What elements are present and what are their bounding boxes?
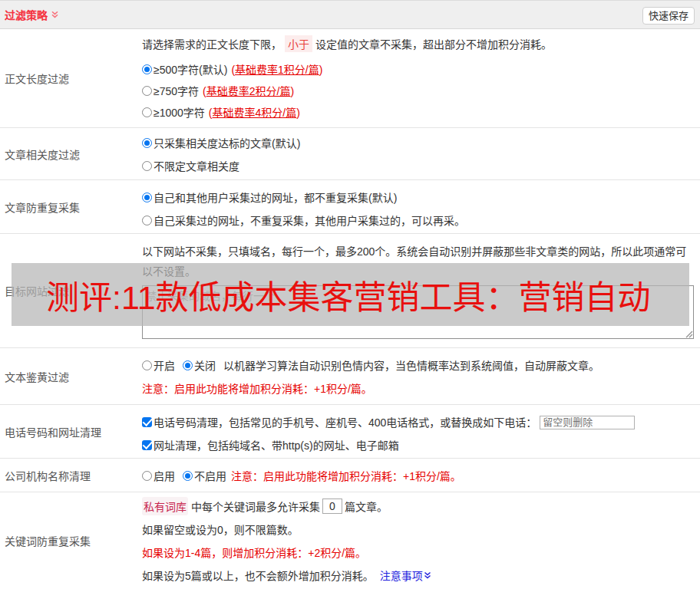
option-500-chars[interactable]: ≥500字符(默认) (基础费率1积分/篇) xyxy=(142,58,700,80)
row-label: 电话号码和网址清理 xyxy=(0,405,142,458)
option-1000-chars[interactable]: ≥1000字符 (基础费率4积分/篇) xyxy=(142,101,700,123)
row-company-name-cleanup: 公司机构名称清理 启用 不启用 注意：启用此功能将增加积分消耗：+1积分/篇。 xyxy=(0,459,700,492)
body-length-intro: 请选择需求的正文长度下限，小于设定值的文章不采集，超出部分不增加积分消耗。 xyxy=(142,33,700,54)
radio-unchecked-icon[interactable] xyxy=(142,360,152,370)
radio-checked-icon[interactable] xyxy=(142,192,152,202)
option-porn-filter-on[interactable]: 开启 xyxy=(142,357,175,373)
replacement-phone-input[interactable] xyxy=(540,416,635,429)
radio-checked-icon[interactable] xyxy=(142,138,152,148)
porn-filter-note: 注意：启用此功能将增加积分消耗：+1积分/篇。 xyxy=(142,377,700,400)
chevron-double-down-icon xyxy=(424,570,431,582)
topbar: 过滤策略 快速保存 xyxy=(0,0,700,29)
row-label: 公司机构名称清理 xyxy=(0,459,142,492)
radio-unchecked-icon[interactable] xyxy=(142,161,152,171)
private-thesaurus-tag[interactable]: 私有词库 xyxy=(142,497,188,515)
filter-strategy-page: 过滤策略 快速保存 正文长度过滤 请选择需求的正文长度下限，小于设定值的文章不采… xyxy=(0,0,700,589)
row-body-length-filter: 正文长度过滤 请选择需求的正文长度下限，小于设定值的文章不采集，超出部分不增加积… xyxy=(0,29,700,128)
option-dedup-all-users[interactable]: 自己和其他用户采集过的网址，都不重复采集(默认) xyxy=(142,186,700,209)
checkbox-checked-icon[interactable] xyxy=(142,417,152,427)
row-porn-filter: 文本鉴黄过滤 开启 关闭 以机器学习算法自动识别色情内容，当色情概率达到系统阈值… xyxy=(0,348,700,405)
fee-note[interactable]: (基础费率1积分/篇) xyxy=(231,61,322,77)
radio-unchecked-icon[interactable] xyxy=(142,471,152,481)
less-than-tag: 小于 xyxy=(285,35,312,52)
option-dedup-self-only[interactable]: 自己采集过的网址，不重复采集，其他用户采集过的，可以再采。 xyxy=(142,209,700,232)
company-cleanup-note: 注意：启用此功能将增加积分消耗：+1积分/篇。 xyxy=(231,468,461,483)
option-porn-filter-off[interactable]: 关闭 xyxy=(183,357,216,373)
option-750-chars[interactable]: ≥750字符 (基础费率2积分/篇) xyxy=(142,80,700,101)
fee-note[interactable]: (基础费率4积分/篇) xyxy=(209,104,300,120)
page-title[interactable]: 过滤策略 xyxy=(5,7,58,22)
radio-unchecked-icon[interactable] xyxy=(142,107,152,117)
row-label: 文章相关度过滤 xyxy=(0,128,142,179)
keyword-limit-input[interactable] xyxy=(322,499,342,514)
radio-checked-icon[interactable] xyxy=(183,360,193,370)
chevron-double-down-icon xyxy=(51,9,58,21)
radio-checked-icon[interactable] xyxy=(183,471,193,481)
url-cleanup-option[interactable]: 网址清理，包括纯域名、带http(s)的网址、电子邮箱 xyxy=(142,433,700,456)
keyword-note-3: 如果设为5篇或以上，也不会额外增加积分消耗。 注意事项 xyxy=(142,564,700,587)
row-label: 文章防重复采集 xyxy=(0,180,142,233)
row-phone-url-cleanup: 电话号码和网址清理 电话号码清理，包括常见的手机号、座机号、400电话格式，或替… xyxy=(0,405,700,459)
row-label: 正文长度过滤 xyxy=(0,29,142,127)
row-dedup-filter: 文章防重复采集 自己和其他用户采集过的网址，都不重复采集(默认) 自己采集过的网… xyxy=(0,180,700,234)
row-label: 文本鉴黄过滤 xyxy=(0,348,142,404)
video-title-overlay: 测评:11款低成本集客营销工具：营销自动 xyxy=(12,263,689,326)
row-relevance-filter: 文章相关度过滤 只采集相关度达标的文章(默认) 不限定文章相关度 xyxy=(0,128,700,180)
keyword-note-2: 如果设为1-4篇，则增加积分消耗：+2积分/篇。 xyxy=(142,541,700,564)
row-label: 关键词防重复采集 xyxy=(0,492,142,589)
checkbox-checked-icon[interactable] xyxy=(142,440,152,450)
keyword-note-1: 如果留空或设为0，则不限篇数。 xyxy=(142,518,700,541)
radio-unchecked-icon[interactable] xyxy=(142,216,152,225)
video-title-text: 测评:11款低成本集客营销工具：营销自动 xyxy=(12,271,651,318)
phone-cleanup-option[interactable]: 电话号码清理，包括常见的手机号、座机号、400电话格式，或替换成如下电话： xyxy=(142,410,700,433)
fee-note[interactable]: (基础费率2积分/篇) xyxy=(203,83,294,98)
option-relevant-only[interactable]: 只采集相关度达标的文章(默认) xyxy=(142,131,700,154)
radio-checked-icon[interactable] xyxy=(142,64,152,74)
option-company-cleanup-on[interactable]: 启用 xyxy=(142,468,175,483)
notes-link[interactable]: 注意事项 xyxy=(380,568,431,583)
porn-filter-desc: 以机器学习算法自动识别色情内容，当色情概率达到系统阈值，自动屏蔽文章。 xyxy=(223,357,599,373)
option-company-cleanup-off[interactable]: 不启用 xyxy=(183,468,226,483)
row-keyword-dedup: 关键词防重复采集 私有词库 中每个关键词最多允许采集 篇文章。 如果留空或设为0… xyxy=(0,492,700,589)
page-title-text: 过滤策略 xyxy=(5,7,48,22)
quick-save-button[interactable]: 快速保存 xyxy=(642,7,695,25)
radio-unchecked-icon[interactable] xyxy=(142,86,152,96)
option-no-relevance-limit[interactable]: 不限定文章相关度 xyxy=(142,154,700,177)
keyword-limit-line: 私有词库 中每个关键词最多允许采集 篇文章。 xyxy=(142,495,700,518)
